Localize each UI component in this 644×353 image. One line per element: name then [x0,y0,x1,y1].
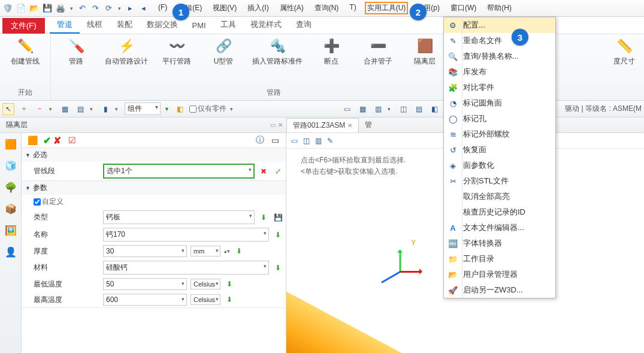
rail-img-icon[interactable]: 🖼️ [4,223,18,237]
tmin-unit[interactable]: Celsius [191,279,220,289]
po-more[interactable]: ▾ [230,106,236,112]
tmin-input[interactable]: 50 [103,278,187,290]
menu-query[interactable]: 查询(N) [312,2,341,14]
menu-help[interactable]: 帮助(H) [485,2,514,14]
dock-icon[interactable]: ▭ [270,122,276,128]
tab-wire[interactable]: 线框 [80,17,110,34]
c-more[interactable]: ▾ [115,106,121,112]
menu-hole[interactable]: ◯标记孔 [444,111,555,126]
close-panel-icon[interactable]: ✕ [278,122,283,128]
vp-i2[interactable]: ◫ [301,135,312,146]
download-icon[interactable]: ⬇ [224,294,235,305]
tab-pmi[interactable]: PMI [185,19,213,34]
help-icon[interactable]: ▭ [267,134,283,146]
rail-user-icon[interactable]: 👤 [4,245,18,259]
rail-tree-icon[interactable]: 🌳 [4,180,18,194]
section-required[interactable]: ▼必选 [22,148,286,162]
menu-histid[interactable]: 核查历史记录的ID [444,204,555,220]
new-icon[interactable]: 📄 [16,3,26,14]
back-icon[interactable]: ◂ [138,3,149,14]
tab-tools[interactable]: 工具 [213,17,243,34]
menu-unhl[interactable]: 取消全部高亮 [444,189,555,204]
menu-t[interactable]: T) [347,2,358,14]
btn-route[interactable]: 🪛管路 [55,37,98,65]
vp-i4[interactable]: ✎ [325,135,335,146]
open-icon[interactable]: 📂 [29,3,40,14]
expand-icon[interactable]: ⤢ [273,166,283,177]
v3-icon[interactable]: ▥ [372,103,384,115]
file-tab[interactable]: 文件(F) [2,18,45,34]
apply-icon[interactable]: ✔ [43,135,51,146]
menu-attr[interactable]: 属性(A) [277,2,306,14]
download-icon[interactable]: ⬇ [258,212,269,223]
menu-view[interactable]: 视图(V) [210,2,239,14]
vp-i1[interactable]: ▭ [289,135,300,146]
btn-parallel[interactable]: 〰️平行管路 [155,37,198,65]
box-icon[interactable]: ◧ [174,103,186,115]
plus-icon[interactable]: ＋ [18,103,30,115]
menu-config[interactable]: ⚙配置... [444,17,555,33]
tab-asm[interactable]: 装配 [110,17,140,34]
menu-window[interactable]: 窗口(W) [448,2,479,14]
rail-cube-icon[interactable]: 🧊 [4,158,18,173]
thick-unit[interactable]: mm [191,246,220,257]
custom-check[interactable]: 自定义 [34,197,64,207]
menu-insert[interactable]: 插入(I) [245,2,271,14]
close-icon[interactable]: ✕ [347,122,352,129]
save-icon[interactable]: 💾 [42,3,53,14]
refresh-icon[interactable]: ⟳ [103,3,114,14]
rail-box-icon[interactable]: 📦 [4,201,18,216]
menu-rename[interactable]: ✎重命名文件 [444,33,555,49]
parts-only-check[interactable]: 仅有零件 [189,104,226,114]
cursor-icon[interactable]: ↖ [2,103,14,115]
v-more[interactable]: ▾ [388,106,394,112]
menu-texted[interactable]: A文本文件编辑器... [444,220,555,236]
filter2-icon[interactable]: ▤ [74,103,86,115]
undo-icon[interactable]: ↶ [77,3,87,14]
menu-thread[interactable]: ≋标记外部螺纹 [444,126,555,142]
btn-merge[interactable]: ➖合并管子 [356,37,400,65]
menu-compare[interactable]: 🧩对比零件 [444,80,555,95]
download-icon[interactable]: ⬇ [273,263,283,273]
seg-input[interactable]: 选中1个 [103,164,255,179]
tab-pipe[interactable]: 管道 [50,17,80,34]
menu-file[interactable]: (F) [156,2,170,14]
thick-input[interactable]: 30 [103,245,187,257]
btn-create-pipeline[interactable]: ✏️创建管线 [4,37,47,65]
menu-userdir[interactable]: 📂用户目录管理器 [444,267,555,282]
info-icon[interactable]: ⓘ [256,135,264,146]
tmax-unit[interactable]: Celsius [191,294,220,305]
filter1-icon[interactable]: ▦ [59,103,71,115]
menu-utilities[interactable]: 实用工具(U) [365,2,409,14]
f-more[interactable]: ▾ [90,106,96,112]
v2-icon[interactable]: ▦ [356,103,368,115]
pick-icon[interactable]: ✖ [258,166,269,177]
tab-visual[interactable]: 视觉样式 [243,17,289,34]
scope-combo[interactable]: 组件 [125,102,161,115]
btn-dim[interactable]: 📏度尺寸 [603,37,644,65]
menu-replace[interactable]: 🔍查询/替换名称... [444,49,555,64]
doctab-1[interactable]: 管路001.Z3ASM✕ [286,118,359,132]
btn-u-pipe[interactable]: 🔗U型管 [202,37,245,65]
menu-workdir[interactable]: 📁工作目录 [444,251,555,267]
vp-i3[interactable]: ▥ [313,135,323,146]
sel-more[interactable]: ▾ [49,106,55,112]
v5-icon[interactable]: ▤ [413,103,425,115]
menu-stl[interactable]: ✂分割STL文件 [444,173,555,189]
menu-param[interactable]: ◈面参数化 [444,158,555,173]
tmax-input[interactable]: 600 [103,294,187,306]
axis-triad[interactable]: Y [376,247,424,295]
btn-auto-route[interactable]: ⚡自动管路设计 [101,37,152,65]
download-icon[interactable]: ⬇ [224,279,235,289]
mat-input[interactable]: 硅酸钙 [103,261,269,274]
download-icon[interactable]: ⬇ [273,230,283,240]
download-icon[interactable]: ⬇ [234,246,244,257]
menu-font[interactable]: 🔤字体转换器 [444,236,555,251]
play-icon[interactable]: ▸ [125,3,135,14]
menu-lib[interactable]: 📚库发布 [444,64,555,80]
btn-insert-std[interactable]: 🔩插入管路标准件 [249,37,306,65]
menu-launch[interactable]: 🚀启动另一ZW3D... [444,282,555,298]
cancel-icon[interactable]: ✘ [53,135,61,146]
rail-pipe-icon[interactable]: 🟧 [4,137,18,151]
name-input[interactable]: 钙170 [103,228,269,242]
